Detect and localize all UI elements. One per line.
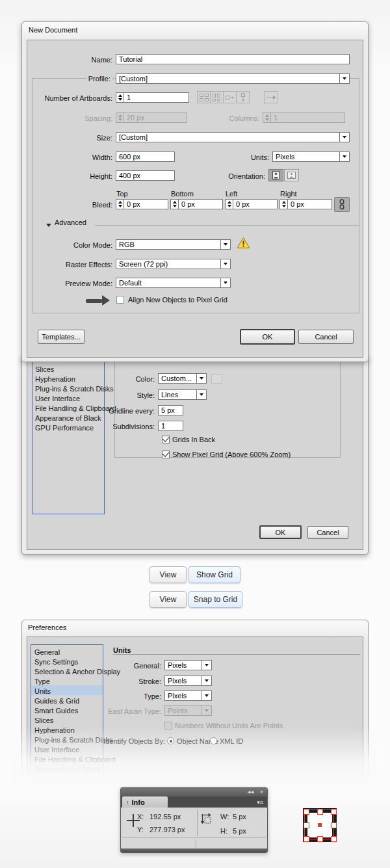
units-dropdown[interactable]: Pixels xyxy=(272,151,350,162)
portrait-icon xyxy=(272,171,280,179)
dropdown-arrow-icon[interactable] xyxy=(196,374,206,383)
cancel-button[interactable]: Cancel xyxy=(307,526,348,539)
selection-handle[interactable] xyxy=(317,836,323,842)
height-label: Height: xyxy=(29,171,112,181)
gridline-every-input[interactable]: 5 px xyxy=(158,405,183,415)
bleed-right-stepper[interactable]: 0 px xyxy=(280,199,332,209)
grid-color-dropdown[interactable]: Custom... xyxy=(158,373,207,384)
sidebar-item-smart-guides[interactable]: Smart Guides xyxy=(34,707,78,715)
w-label: W: xyxy=(220,813,229,821)
sidebar-item-hyphenation[interactable]: Hyphenation xyxy=(35,375,75,383)
sidebar-item-type[interactable]: Type xyxy=(34,677,50,685)
collapse-panel-icon[interactable]: ◀◀ xyxy=(248,790,254,794)
general-units-label: General: xyxy=(87,661,161,671)
align-pixel-grid-checkbox[interactable] xyxy=(116,296,124,304)
info-divider xyxy=(196,839,196,848)
selection-handle[interactable] xyxy=(331,809,337,815)
type-units-label: Type: xyxy=(87,691,161,702)
sidebar-item-user-interface[interactable]: User Interface xyxy=(35,395,80,402)
arrange-grid-by-row-button[interactable] xyxy=(197,91,211,103)
color-mode-dropdown[interactable]: RGB xyxy=(116,239,231,250)
artboards-label: Number of Artboards: xyxy=(29,93,112,103)
bleed-top-stepper[interactable]: 0 px xyxy=(116,199,168,209)
dropdown-arrow-icon[interactable] xyxy=(202,661,211,670)
menu-view-chip[interactable]: View xyxy=(150,566,187,583)
subdivisions-input[interactable]: 1 xyxy=(158,421,183,431)
sidebar-item-sync-settings[interactable]: Sync Settings xyxy=(34,658,78,666)
dropdown-arrow-icon[interactable] xyxy=(202,691,211,700)
gridline-every-label: Gridline every: xyxy=(87,406,155,416)
show-pixel-grid-checkbox[interactable] xyxy=(162,451,170,458)
bleed-bottom-stepper[interactable]: 0 px xyxy=(170,199,223,209)
bleed-top-label: Top xyxy=(116,189,155,199)
cancel-button[interactable]: Cancel xyxy=(298,330,354,344)
show-pixel-grid-label: Show Pixel Grid (Above 600% Zoom) xyxy=(172,449,315,460)
x-value: 192.55 px xyxy=(150,813,181,821)
dropdown-arrow-icon[interactable] xyxy=(220,278,230,287)
menu-snap-to-grid-chip[interactable]: Snap to Grid xyxy=(188,591,242,608)
advanced-label[interactable]: Advanced xyxy=(55,217,100,228)
size-label: Size: xyxy=(29,133,112,143)
grid-color-swatch[interactable] xyxy=(211,374,222,384)
dropdown-arrow-icon[interactable] xyxy=(196,390,206,399)
advanced-collapse-icon[interactable] xyxy=(46,224,51,227)
dropdown-arrow-icon[interactable] xyxy=(339,152,349,161)
spacing-stepper: 20 px xyxy=(116,112,187,123)
height-input[interactable]: 400 px xyxy=(116,170,175,181)
sidebar-item-slices[interactable]: Slices xyxy=(34,717,53,724)
selection-handle[interactable] xyxy=(304,822,309,828)
panel-menu-icon[interactable]: ▾≡ xyxy=(257,800,263,806)
selection-handle[interactable] xyxy=(304,809,309,815)
menu-show-grid-chip[interactable]: Show Grid xyxy=(188,566,240,583)
stroke-units-dropdown[interactable]: Pixels xyxy=(164,676,212,686)
raster-effects-dropdown[interactable]: Screen (72 ppi) xyxy=(116,259,231,269)
arrange-by-column-button[interactable] xyxy=(236,91,250,103)
orientation-label: Orientation: xyxy=(217,171,265,181)
panel-toggle-icon[interactable]: ↕ xyxy=(126,799,129,806)
selected-square-object[interactable] xyxy=(303,808,337,842)
preview-mode-dropdown[interactable]: Default xyxy=(116,278,231,288)
grid-style-dropdown[interactable]: Lines xyxy=(158,389,207,400)
sidebar-item-guides-grid[interactable]: Guides & Grid xyxy=(34,697,79,705)
bleed-left-stepper[interactable]: 0 px xyxy=(225,199,278,209)
tab-info[interactable]: ↕ Info xyxy=(122,796,168,808)
width-input[interactable]: 600 px xyxy=(116,151,175,162)
dropdown-arrow-icon[interactable] xyxy=(220,240,230,249)
arrange-grid-by-column-button[interactable] xyxy=(210,91,224,103)
dropdown-arrow-icon[interactable] xyxy=(220,259,230,269)
grids-in-back-checkbox[interactable] xyxy=(162,436,170,443)
size-dropdown[interactable]: [Custom] xyxy=(116,132,350,142)
arrange-by-row-button[interactable] xyxy=(223,91,237,103)
selection-handle[interactable] xyxy=(304,836,309,842)
close-icon[interactable]: × xyxy=(260,789,263,795)
dropdown-arrow-icon[interactable] xyxy=(339,74,349,83)
dropdown-arrow-icon[interactable] xyxy=(202,676,211,685)
sidebar-item-slices[interactable]: Slices xyxy=(35,365,54,373)
name-input[interactable]: Tutorial xyxy=(116,54,350,64)
selection-handle[interactable] xyxy=(317,809,323,815)
menu-view-chip[interactable]: View xyxy=(150,591,187,608)
general-units-dropdown[interactable]: Pixels xyxy=(164,660,212,670)
orientation-portrait-button[interactable] xyxy=(268,169,283,181)
orientation-landscape-button[interactable] xyxy=(284,169,299,181)
ok-button[interactable]: OK xyxy=(259,525,302,539)
artboards-stepper[interactable]: 1 xyxy=(116,92,189,103)
info-panel-resize-strip[interactable] xyxy=(121,848,267,852)
type-units-dropdown[interactable]: Pixels xyxy=(164,690,212,701)
dropdown-arrow-icon[interactable] xyxy=(339,133,349,142)
profile-dropdown[interactable]: [Custom] xyxy=(116,73,350,84)
sidebar-item-units[interactable]: Units xyxy=(34,687,51,695)
color-mode-label: Color Mode: xyxy=(29,240,112,250)
ok-button[interactable]: OK xyxy=(240,329,295,345)
selection-handle[interactable] xyxy=(331,836,337,842)
sidebar-item-gpu[interactable]: GPU Performance xyxy=(35,424,94,432)
grids-in-back-label: Grids In Back xyxy=(172,434,250,445)
y-label: Y: xyxy=(137,826,144,834)
templates-button[interactable]: Templates... xyxy=(38,330,84,344)
bleed-link-button[interactable] xyxy=(334,197,350,212)
east-asian-type-dropdown: Points xyxy=(164,705,212,716)
change-layout-direction-button[interactable] xyxy=(264,91,278,103)
annotation-arrow-icon xyxy=(86,295,112,306)
selection-handle[interactable] xyxy=(331,822,337,828)
sidebar-item-general[interactable]: General xyxy=(34,648,60,656)
